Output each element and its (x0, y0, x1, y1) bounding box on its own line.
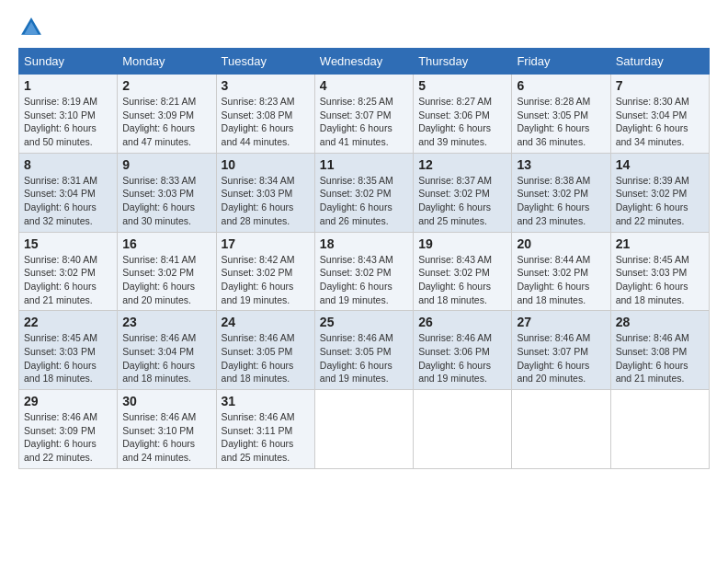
calendar-day-cell: 25 Sunrise: 8:46 AM Sunset: 3:05 PM Dayl… (314, 311, 413, 390)
day-number: 14 (616, 157, 704, 172)
day-info: Sunrise: 8:27 AM Sunset: 3:06 PM Dayligh… (418, 95, 506, 149)
calendar-week-row: 15 Sunrise: 8:40 AM Sunset: 3:02 PM Dayl… (19, 232, 710, 311)
day-number: 5 (418, 78, 506, 93)
calendar-day-cell (314, 390, 413, 469)
day-number: 24 (222, 315, 310, 329)
day-info: Sunrise: 8:46 AM Sunset: 3:05 PM Dayligh… (320, 331, 408, 385)
calendar-day-cell: 21 Sunrise: 8:45 AM Sunset: 3:03 PM Dayl… (610, 232, 709, 311)
day-info: Sunrise: 8:23 AM Sunset: 3:08 PM Dayligh… (222, 95, 310, 149)
day-number: 18 (320, 236, 408, 251)
day-info: Sunrise: 8:37 AM Sunset: 3:02 PM Dayligh… (418, 174, 506, 228)
day-number: 4 (320, 78, 408, 93)
calendar-day-cell: 4 Sunrise: 8:25 AM Sunset: 3:07 PM Dayli… (314, 75, 413, 154)
day-info: Sunrise: 8:35 AM Sunset: 3:02 PM Dayligh… (320, 174, 408, 228)
day-info: Sunrise: 8:46 AM Sunset: 3:10 PM Dayligh… (122, 410, 210, 465)
calendar-day-cell (610, 390, 709, 469)
day-info: Sunrise: 8:46 AM Sunset: 3:08 PM Dayligh… (616, 331, 704, 385)
header (18, 15, 710, 40)
calendar-day-cell: 19 Sunrise: 8:43 AM Sunset: 3:02 PM Dayl… (414, 232, 512, 311)
day-info: Sunrise: 8:33 AM Sunset: 3:03 PM Dayligh… (122, 174, 210, 228)
calendar-header-row: SundayMondayTuesdayWednesdayThursdayFrid… (19, 49, 710, 75)
day-number: 6 (517, 78, 605, 93)
day-number: 11 (320, 157, 408, 172)
day-info: Sunrise: 8:46 AM Sunset: 3:04 PM Dayligh… (122, 331, 210, 385)
day-number: 26 (418, 315, 506, 329)
day-info: Sunrise: 8:43 AM Sunset: 3:02 PM Dayligh… (320, 253, 408, 307)
calendar-week-row: 8 Sunrise: 8:31 AM Sunset: 3:04 PM Dayli… (19, 153, 710, 232)
day-number: 1 (24, 78, 112, 93)
logo (18, 15, 48, 40)
day-number: 17 (222, 236, 310, 251)
day-info: Sunrise: 8:30 AM Sunset: 3:04 PM Dayligh… (616, 95, 704, 149)
calendar-day-cell: 3 Sunrise: 8:23 AM Sunset: 3:08 PM Dayli… (216, 75, 314, 154)
day-info: Sunrise: 8:46 AM Sunset: 3:05 PM Dayligh… (222, 331, 310, 385)
day-of-week-header: Tuesday (216, 49, 314, 75)
calendar-day-cell: 8 Sunrise: 8:31 AM Sunset: 3:04 PM Dayli… (19, 153, 118, 232)
day-number: 15 (24, 236, 112, 251)
calendar-day-cell: 24 Sunrise: 8:46 AM Sunset: 3:05 PM Dayl… (216, 311, 314, 390)
calendar-day-cell: 22 Sunrise: 8:45 AM Sunset: 3:03 PM Dayl… (19, 311, 118, 390)
day-info: Sunrise: 8:45 AM Sunset: 3:03 PM Dayligh… (616, 253, 704, 307)
day-number: 9 (122, 157, 210, 172)
day-number: 20 (517, 236, 605, 251)
calendar-day-cell: 2 Sunrise: 8:21 AM Sunset: 3:09 PM Dayli… (118, 75, 216, 154)
day-number: 16 (122, 236, 210, 251)
day-of-week-header: Sunday (19, 49, 118, 75)
day-info: Sunrise: 8:28 AM Sunset: 3:05 PM Dayligh… (517, 95, 605, 149)
day-number: 2 (122, 78, 210, 93)
day-number: 27 (517, 315, 605, 329)
calendar-day-cell (414, 390, 512, 469)
day-of-week-header: Saturday (610, 49, 709, 75)
day-of-week-header: Wednesday (314, 49, 413, 75)
day-info: Sunrise: 8:38 AM Sunset: 3:02 PM Dayligh… (517, 174, 605, 228)
calendar-day-cell: 10 Sunrise: 8:34 AM Sunset: 3:03 PM Dayl… (216, 153, 314, 232)
calendar-day-cell: 17 Sunrise: 8:42 AM Sunset: 3:02 PM Dayl… (216, 232, 314, 311)
day-info: Sunrise: 8:39 AM Sunset: 3:02 PM Dayligh… (616, 174, 704, 228)
calendar-day-cell: 26 Sunrise: 8:46 AM Sunset: 3:06 PM Dayl… (414, 311, 512, 390)
day-number: 21 (616, 236, 704, 251)
day-info: Sunrise: 8:31 AM Sunset: 3:04 PM Dayligh… (24, 174, 112, 228)
day-number: 31 (222, 394, 310, 408)
day-number: 23 (122, 315, 210, 329)
calendar-week-row: 22 Sunrise: 8:45 AM Sunset: 3:03 PM Dayl… (19, 311, 710, 390)
day-number: 3 (222, 78, 310, 93)
calendar-day-cell: 12 Sunrise: 8:37 AM Sunset: 3:02 PM Dayl… (414, 153, 512, 232)
calendar-table: SundayMondayTuesdayWednesdayThursdayFrid… (18, 48, 710, 469)
calendar-day-cell: 30 Sunrise: 8:46 AM Sunset: 3:10 PM Dayl… (118, 390, 216, 469)
day-of-week-header: Monday (118, 49, 216, 75)
day-info: Sunrise: 8:21 AM Sunset: 3:09 PM Dayligh… (122, 95, 210, 149)
day-number: 10 (222, 157, 310, 172)
day-number: 8 (24, 157, 112, 172)
day-number: 7 (616, 78, 704, 93)
day-of-week-header: Thursday (414, 49, 512, 75)
logo-icon (18, 15, 44, 40)
day-number: 29 (24, 394, 112, 408)
day-of-week-header: Friday (512, 49, 610, 75)
day-number: 22 (24, 315, 112, 329)
day-info: Sunrise: 8:19 AM Sunset: 3:10 PM Dayligh… (24, 95, 112, 149)
calendar-day-cell: 14 Sunrise: 8:39 AM Sunset: 3:02 PM Dayl… (610, 153, 709, 232)
calendar-week-row: 1 Sunrise: 8:19 AM Sunset: 3:10 PM Dayli… (19, 75, 710, 154)
calendar-day-cell: 20 Sunrise: 8:44 AM Sunset: 3:02 PM Dayl… (512, 232, 610, 311)
day-info: Sunrise: 8:40 AM Sunset: 3:02 PM Dayligh… (24, 253, 112, 307)
calendar-day-cell: 23 Sunrise: 8:46 AM Sunset: 3:04 PM Dayl… (118, 311, 216, 390)
calendar-day-cell: 16 Sunrise: 8:41 AM Sunset: 3:02 PM Dayl… (118, 232, 216, 311)
day-info: Sunrise: 8:25 AM Sunset: 3:07 PM Dayligh… (320, 95, 408, 149)
calendar-day-cell: 29 Sunrise: 8:46 AM Sunset: 3:09 PM Dayl… (19, 390, 118, 469)
day-info: Sunrise: 8:41 AM Sunset: 3:02 PM Dayligh… (122, 253, 210, 307)
day-info: Sunrise: 8:42 AM Sunset: 3:02 PM Dayligh… (222, 253, 310, 307)
calendar-day-cell: 31 Sunrise: 8:46 AM Sunset: 3:11 PM Dayl… (216, 390, 314, 469)
calendar-day-cell: 27 Sunrise: 8:46 AM Sunset: 3:07 PM Dayl… (512, 311, 610, 390)
calendar-week-row: 29 Sunrise: 8:46 AM Sunset: 3:09 PM Dayl… (19, 390, 710, 469)
day-info: Sunrise: 8:34 AM Sunset: 3:03 PM Dayligh… (222, 174, 310, 228)
day-info: Sunrise: 8:46 AM Sunset: 3:11 PM Dayligh… (222, 410, 310, 465)
calendar-day-cell: 11 Sunrise: 8:35 AM Sunset: 3:02 PM Dayl… (314, 153, 413, 232)
day-info: Sunrise: 8:46 AM Sunset: 3:07 PM Dayligh… (517, 331, 605, 385)
day-info: Sunrise: 8:45 AM Sunset: 3:03 PM Dayligh… (24, 331, 112, 385)
calendar-day-cell: 9 Sunrise: 8:33 AM Sunset: 3:03 PM Dayli… (118, 153, 216, 232)
calendar-day-cell: 18 Sunrise: 8:43 AM Sunset: 3:02 PM Dayl… (314, 232, 413, 311)
day-number: 19 (418, 236, 506, 251)
calendar-day-cell: 7 Sunrise: 8:30 AM Sunset: 3:04 PM Dayli… (610, 75, 709, 154)
calendar-day-cell (512, 390, 610, 469)
calendar-day-cell: 1 Sunrise: 8:19 AM Sunset: 3:10 PM Dayli… (19, 75, 118, 154)
